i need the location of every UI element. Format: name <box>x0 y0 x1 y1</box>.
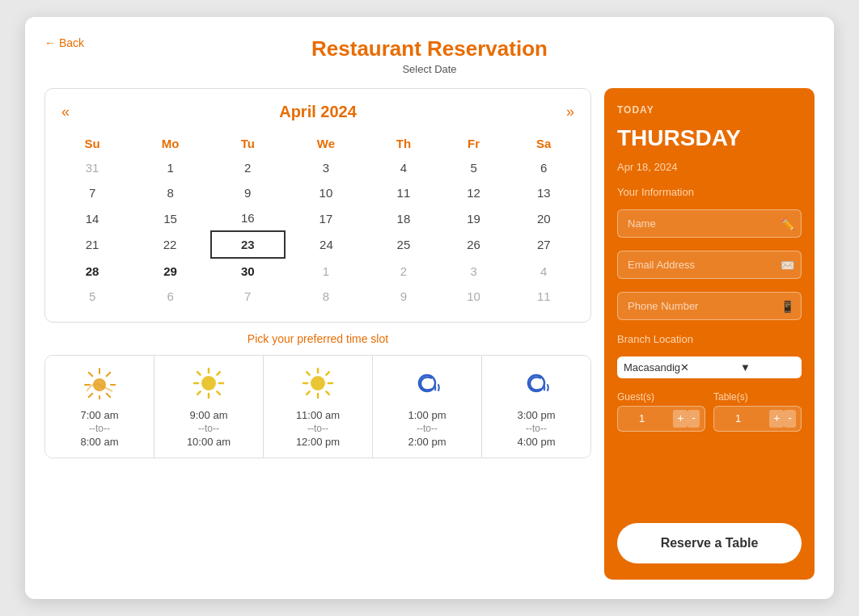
today-label: TODAY <box>617 104 802 116</box>
calendar-day-cell[interactable]: 31 <box>55 155 129 180</box>
calendar-day-cell[interactable]: 12 <box>440 180 508 205</box>
reserve-button[interactable]: Reserve a Table <box>617 523 802 563</box>
prev-month-button[interactable]: « <box>55 102 76 122</box>
calendar-day-cell[interactable]: 4 <box>507 258 580 284</box>
calendar-day-cell[interactable]: 10 <box>285 180 368 205</box>
calendar-day-cell[interactable]: 3 <box>440 258 508 284</box>
guests-input[interactable] <box>623 412 673 424</box>
tables-label: Table(s) <box>713 391 802 403</box>
branch-select[interactable]: Macasandig ✕ ▼ <box>617 357 802 378</box>
today-date: Apr 18, 2024 <box>617 161 802 173</box>
calendar-day-header: Mo <box>129 132 211 155</box>
calendar-day-cell[interactable]: 8 <box>285 284 368 309</box>
calendar-day-cell[interactable]: 13 <box>507 180 580 205</box>
timeslot-end: 2:00 pm <box>408 436 446 448</box>
calendar-day-cell[interactable]: 9 <box>211 180 285 205</box>
today-day: THURSDAY <box>617 125 802 151</box>
calendar-day-cell[interactable]: 8 <box>129 180 211 205</box>
phone-icon: 📱 <box>781 300 794 313</box>
calendar-week-row: 21222324252627 <box>55 231 580 258</box>
calendar-day-cell[interactable]: 4 <box>367 155 439 180</box>
calendar-week-row: 14151617181920 <box>55 205 580 231</box>
your-info-label: Your Information <box>617 186 802 198</box>
calendar-day-cell[interactable]: 24 <box>285 231 368 258</box>
calendar-day-cell[interactable]: 23 <box>211 231 285 258</box>
tables-group: Table(s) + - <box>713 391 802 432</box>
timeslot-start: 11:00 am <box>296 409 340 421</box>
guests-decrement-button[interactable]: - <box>688 410 700 428</box>
email-input[interactable] <box>624 251 781 278</box>
email-icon: ✉️ <box>781 259 794 272</box>
calendar-day-cell[interactable]: 27 <box>507 231 580 258</box>
guests-increment-button[interactable]: + <box>673 410 688 428</box>
name-input[interactable] <box>624 210 781 237</box>
calendar-week-row: 31123456 <box>55 155 580 180</box>
calendar-day-cell[interactable]: 7 <box>55 180 129 205</box>
calendar-wrapper: « April 2024 » SuMoTuWeThFrSa 3112345678… <box>44 88 591 323</box>
timeslot-start: 7:00 am <box>81 409 119 421</box>
email-input-wrapper: ✉️ <box>617 251 802 279</box>
calendar-day-cell[interactable]: 2 <box>367 258 439 284</box>
phone-input-wrapper: 📱 <box>617 292 802 320</box>
tables-decrement-button[interactable]: - <box>784 410 796 428</box>
timeslot-icon-late_afternoon <box>520 367 552 404</box>
calendar-day-cell[interactable]: 9 <box>367 284 439 309</box>
timeslot-item[interactable]: 1:00 pm --to-- 2:00 pm <box>373 356 482 458</box>
timeslot-item[interactable]: 7:00 am --to-- 8:00 am <box>45 356 154 458</box>
calendar-day-cell[interactable]: 5 <box>55 284 129 309</box>
calendar-day-cell[interactable]: 16 <box>211 205 285 231</box>
calendar-day-cell[interactable]: 18 <box>367 205 439 231</box>
calendar-header: « April 2024 » <box>55 102 581 122</box>
timeslot-item[interactable]: 11:00 am --to-- 12:00 pm <box>264 356 373 458</box>
guests-label: Guest(s) <box>617 391 705 403</box>
guests-group: Guest(s) + - <box>617 391 705 432</box>
calendar-body: 3112345678910111213141516171819202122232… <box>55 155 580 309</box>
calendar-day-cell[interactable]: 25 <box>367 231 439 258</box>
calendar-day-cell[interactable]: 29 <box>129 258 211 284</box>
calendar-day-cell[interactable]: 26 <box>440 231 508 258</box>
calendar-day-cell[interactable]: 7 <box>211 284 285 309</box>
phone-input[interactable] <box>624 293 781 319</box>
calendar-day-cell[interactable]: 3 <box>285 155 368 180</box>
branch-arrow-icon: ▼ <box>740 361 795 373</box>
svg-line-7 <box>107 373 111 377</box>
calendar-day-cell[interactable]: 14 <box>55 205 129 231</box>
next-month-button[interactable]: » <box>560 102 581 122</box>
branch-clear-icon[interactable]: ✕ <box>680 361 735 373</box>
timeslot-label: Pick your preferred time slot <box>44 332 591 345</box>
calendar-day-cell[interactable]: 5 <box>440 155 508 180</box>
calendar-day-cell[interactable]: 6 <box>507 155 580 180</box>
calendar-day-cell[interactable]: 1 <box>129 155 211 180</box>
calendar-day-cell[interactable]: 20 <box>507 205 580 231</box>
calendar-day-cell[interactable]: 28 <box>55 258 129 284</box>
timeslot-end: 8:00 am <box>81 436 119 448</box>
calendar-day-cell[interactable]: 15 <box>129 205 211 231</box>
calendar-day-cell[interactable]: 11 <box>507 284 580 309</box>
calendar-day-cell[interactable]: 6 <box>129 284 211 309</box>
calendar-day-cell[interactable]: 21 <box>55 231 129 258</box>
calendar-day-cell[interactable]: 30 <box>211 258 285 284</box>
calendar-day-cell[interactable]: 17 <box>285 205 368 231</box>
calendar-day-cell[interactable]: 1 <box>285 258 368 284</box>
tables-increment-button[interactable]: + <box>769 410 784 428</box>
timeslot-item[interactable]: 9:00 am --to-- 10:00 am <box>154 356 264 458</box>
calendar-day-cell[interactable]: 11 <box>367 180 439 205</box>
timeslot-end: 10:00 am <box>187 436 231 448</box>
back-link[interactable]: ← Back <box>44 36 84 49</box>
svg-line-25 <box>326 372 329 375</box>
page-header: ← Back Restaurant Reservation Select Dat… <box>44 36 815 75</box>
calendar-day-cell[interactable]: 22 <box>129 231 211 258</box>
timeslot-start: 9:00 am <box>190 409 228 421</box>
calendar-day-cell[interactable]: 19 <box>440 205 508 231</box>
timeslot-item[interactable]: 3:00 pm --to-- 4:00 pm <box>482 356 590 458</box>
tables-input[interactable] <box>719 412 769 424</box>
guests-tables-row: Guest(s) + - Table(s) + - <box>617 391 802 432</box>
branch-value: Macasandig <box>624 361 680 373</box>
calendar-day-cell[interactable]: 2 <box>211 155 285 180</box>
timeslot-icon-morning <box>193 367 225 404</box>
calendar-days-header: SuMoTuWeThFrSa <box>55 132 580 155</box>
page-title: Restaurant Reservation <box>311 36 548 61</box>
timeslot-to: --to-- <box>417 423 438 434</box>
timeslot-to: --to-- <box>198 423 219 434</box>
calendar-day-cell[interactable]: 10 <box>440 284 508 309</box>
